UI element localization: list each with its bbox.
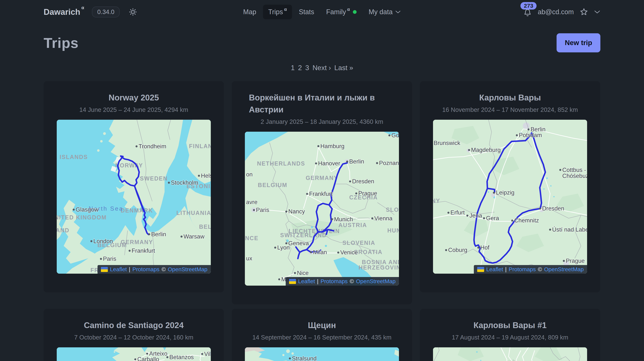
trip-dates: 16 November 2024 – 17 November 2024, 852… xyxy=(424,105,596,114)
svg-text:BELGIUM: BELGIUM xyxy=(258,182,287,188)
svg-text:London: London xyxy=(94,238,113,245)
svg-text:Prague: Prague xyxy=(566,258,585,264)
trip-card[interactable]: Воркейшен в Италии и лыжи в Австрии 2 Ja… xyxy=(232,81,412,304)
pagination-link[interactable]: 3 xyxy=(305,64,309,72)
svg-text:DENMARK: DENMARK xyxy=(121,207,153,214)
svg-text:Poznan: Poznan xyxy=(379,160,399,166)
svg-text:SWITZERLAND: SWITZERLAND xyxy=(280,232,327,238)
svg-text:Dresden: Dresden xyxy=(542,205,564,212)
svg-text:Leipzig: Leipzig xyxy=(496,189,514,196)
svg-text:CROATIA: CROATIA xyxy=(354,249,383,255)
svg-text:Berlin: Berlin xyxy=(530,126,546,133)
page-title: Trips xyxy=(44,35,79,51)
pagination-link[interactable]: 1 xyxy=(291,64,295,72)
map-attribution: Leaflet | Protomaps © OpenStreetMap xyxy=(286,277,399,286)
ukraine-flag-icon xyxy=(289,279,296,284)
svg-text:Cottbus -: Cottbus - xyxy=(562,167,586,173)
svg-text:E ISLANDS: E ISLANDS xyxy=(57,154,88,160)
osm-link[interactable]: OpenStreetMap xyxy=(356,278,396,285)
protomaps-link[interactable]: Protomaps xyxy=(132,266,160,273)
svg-text:GERMANY: GERMANY xyxy=(306,175,338,181)
svg-text:GERMANY: GERMANY xyxy=(121,239,153,245)
svg-text:SLOVA: SLOVA xyxy=(386,207,399,213)
map-canvas: ArteixoBetanzosVilaCarballo xyxy=(57,347,211,361)
svg-text:Trondheim: Trondheim xyxy=(138,143,166,150)
star-icon[interactable] xyxy=(580,7,588,16)
svg-text:HUNG: HUNG xyxy=(387,227,399,234)
trip-dates: 2 January 2025 – 18 January 2025, 4360 k… xyxy=(236,117,408,126)
trip-map[interactable]: ArteixoBetanzosVilaCarballo Leaflet | Pr… xyxy=(57,347,211,361)
svg-text:Berlin: Berlin xyxy=(151,231,166,238)
svg-text:Prague: Prague xyxy=(358,190,377,197)
new-trip-button[interactable]: New trip xyxy=(556,33,600,52)
svg-text:Venice: Venice xyxy=(340,249,358,256)
osm-link[interactable]: OpenStreetMap xyxy=(544,266,584,273)
svg-text:Hof: Hof xyxy=(480,244,490,251)
svg-text:Vila: Vila xyxy=(204,351,211,357)
svg-text:Paris: Paris xyxy=(256,207,269,213)
svg-text:ux: ux xyxy=(246,255,252,262)
leaflet-link[interactable]: Leaflet xyxy=(486,266,503,273)
map-canvas: Stralsund xyxy=(245,347,399,361)
trip-map[interactable]: Leaflet | Protomaps © OpenStreetMap xyxy=(433,347,587,361)
nav-item-trips[interactable]: Tripsα xyxy=(263,5,292,19)
bell-icon xyxy=(523,8,532,18)
trip-card[interactable]: Карловы Вары #1 17 August 2024 – 19 Augu… xyxy=(420,309,600,361)
trip-map[interactable]: NYBerlinPotsdamBrunswickMagdeburgCottbus… xyxy=(433,120,587,274)
map-attribution: Leaflet | Protomaps © OpenStreetMap xyxy=(98,265,211,274)
svg-text:SWEDEN: SWEDEN xyxy=(140,175,168,182)
svg-text:NETHERLANDS: NETHERLANDS xyxy=(257,160,305,167)
ukraine-flag-icon xyxy=(477,267,484,272)
svg-text:Gera: Gera xyxy=(486,215,499,221)
trip-title: Карловы Вары xyxy=(424,92,596,104)
svg-text:NY: NY xyxy=(433,198,440,204)
attribution-separator: | xyxy=(317,278,318,285)
copyright-symbol: © xyxy=(162,266,166,273)
trip-map[interactable]: Stralsund Leaflet | Protomaps © OpenStre… xyxy=(245,347,399,361)
svg-text:Coburg: Coburg xyxy=(448,247,468,253)
osm-link[interactable]: OpenStreetMap xyxy=(168,266,208,273)
trip-title: Camino de Santiago 2024 xyxy=(48,319,220,331)
trip-card[interactable]: Карловы Вары 16 November 2024 – 17 Novem… xyxy=(420,81,600,292)
nav-item-stats[interactable]: Stats xyxy=(294,5,320,19)
svg-text:FINLAND: FINLAND xyxy=(189,143,211,149)
user-email[interactable]: ab@cd.com xyxy=(538,8,574,16)
svg-text:SLOVENIA: SLOVENIA xyxy=(342,240,375,246)
svg-text:LITHUANIA: LITHUANIA xyxy=(176,210,211,216)
theme-toggle-sun-icon[interactable] xyxy=(128,8,137,16)
notifications-count-badge: 273 xyxy=(520,2,536,9)
user-menu-chevron-down-icon[interactable] xyxy=(594,10,600,14)
notifications-bell[interactable]: 273 xyxy=(523,5,532,19)
nav-item-family[interactable]: Familyα xyxy=(321,5,362,19)
nav-item-map[interactable]: Map xyxy=(238,5,262,19)
svg-text:Brunswick: Brunswick xyxy=(434,140,460,146)
pagination-link[interactable]: Last » xyxy=(334,64,353,72)
leaflet-link[interactable]: Leaflet xyxy=(298,278,315,285)
pagination-link[interactable]: 2 xyxy=(298,64,302,72)
svg-text:on: on xyxy=(246,171,253,178)
nav-item-my-data[interactable]: My data xyxy=(363,5,406,19)
trip-card[interactable]: Camino de Santiago 2024 7 October 2024 –… xyxy=(44,309,224,361)
app-logo[interactable]: Dawarichα xyxy=(44,7,84,17)
trip-card[interactable]: Norway 2025 14 June 2025 – 24 June 2025,… xyxy=(44,81,224,292)
svg-text:Nancy: Nancy xyxy=(288,208,305,215)
trip-card[interactable]: Щецин 14 September 2024 – 16 September 2… xyxy=(232,309,412,361)
svg-text:Jena: Jena xyxy=(469,212,482,219)
map-attribution: Leaflet | Protomaps © OpenStreetMap xyxy=(474,265,587,274)
trip-dates: 17 August 2024 – 19 August 2024, 809 km xyxy=(424,333,596,342)
svg-text:Warsaw: Warsaw xyxy=(184,233,204,240)
svg-text:Gd: Gd xyxy=(392,132,399,139)
alpha-badge: α xyxy=(82,5,84,10)
trip-map[interactable]: E ISLANDSFINLANDNORWAYSWEDENESTONIAUNITE… xyxy=(57,120,211,274)
svg-text:Chemnitz: Chemnitz xyxy=(514,217,539,224)
pagination-link[interactable]: Next › xyxy=(312,64,331,72)
svg-text:Paris: Paris xyxy=(103,256,116,262)
leaflet-link[interactable]: Leaflet xyxy=(110,266,127,273)
svg-text:Magdeburg: Magdeburg xyxy=(471,147,500,153)
protomaps-link[interactable]: Protomaps xyxy=(320,278,348,285)
alpha-badge: α xyxy=(347,7,350,12)
trip-map[interactable]: NETHERLANDSBELGIUMGERMANYCZECHIASLOVAAUS… xyxy=(245,132,399,286)
map-canvas: E ISLANDSFINLANDNORWAYSWEDENESTONIAUNITE… xyxy=(57,120,211,274)
protomaps-link[interactable]: Protomaps xyxy=(509,266,536,273)
main-nav: MapTripsαStatsFamilyαMy data xyxy=(238,5,406,19)
